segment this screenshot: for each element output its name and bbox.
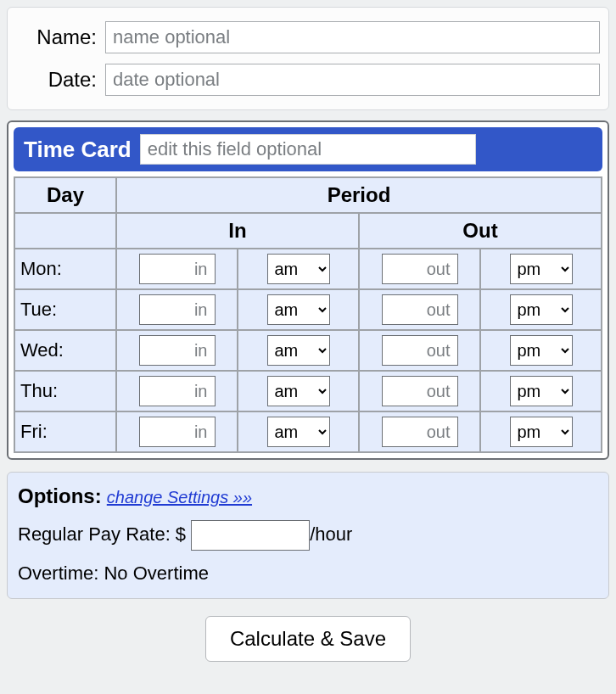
table-row: Tue:ampmampm [14,289,602,330]
out-ampm-cell: ampm [480,289,602,330]
out-cell [359,411,480,452]
table-row: Mon:ampmampm [14,249,602,289]
in-ampm-select[interactable]: ampm [267,254,330,284]
overtime-label: Overtime: [18,562,104,584]
date-label: Date: [16,68,97,92]
options-panel: Options: change Settings »» Regular Pay … [7,472,609,599]
header-out: Out [359,213,602,249]
in-ampm-select[interactable]: ampm [267,335,330,366]
name-label: Name: [16,25,97,49]
day-cell: Tue: [14,289,116,330]
out-ampm-select[interactable]: ampm [510,335,573,366]
in-cell [116,411,238,452]
name-date-panel: Name: Date: [7,7,609,110]
rate-label-post: /hour [310,523,352,545]
out-ampm-select[interactable]: ampm [510,254,573,284]
timecard-title: Time Card [24,137,132,163]
in-time-input[interactable] [139,254,216,284]
in-ampm-cell: ampm [238,249,359,289]
in-cell [116,249,238,289]
out-ampm-cell: ampm [480,330,602,371]
in-time-input[interactable] [139,335,216,366]
timecard-note-input[interactable] [140,134,476,165]
in-cell [116,371,238,411]
header-blank [14,213,116,249]
timecard-table: Day Period In Out Mon:ampmampmTue:ampmam… [14,176,602,453]
header-day: Day [14,177,116,213]
overtime-value: No Overtime [104,562,208,584]
day-cell: Fri: [14,411,116,452]
day-cell: Mon: [14,249,116,289]
date-input[interactable] [105,64,600,96]
out-ampm-select[interactable]: ampm [510,417,573,447]
day-cell: Thu: [14,371,116,411]
in-time-input[interactable] [139,294,216,325]
name-input[interactable] [105,21,600,53]
out-ampm-cell: ampm [480,411,602,452]
in-ampm-select[interactable]: ampm [267,376,330,406]
out-ampm-cell: ampm [480,371,602,411]
out-time-input[interactable] [382,294,458,325]
table-row: Thu:ampmampm [14,371,602,411]
header-period: Period [116,177,602,213]
out-time-input[interactable] [382,376,458,406]
change-settings-link[interactable]: change Settings »» [107,488,252,507]
out-ampm-select[interactable]: ampm [510,294,573,325]
in-cell [116,289,238,330]
day-cell: Wed: [14,330,116,371]
out-cell [359,330,480,371]
out-time-input[interactable] [382,254,458,284]
calculate-save-button[interactable]: Calculate & Save [205,616,411,662]
in-ampm-cell: ampm [238,289,359,330]
in-cell [116,330,238,371]
in-ampm-select[interactable]: ampm [267,417,330,447]
timecard-panel: Time Card Day Period In Out Mon:ampmampm… [7,120,609,460]
out-time-input[interactable] [382,335,458,366]
in-ampm-cell: ampm [238,371,359,411]
out-cell [359,249,480,289]
out-ampm-select[interactable]: ampm [510,376,573,406]
in-time-input[interactable] [139,376,216,406]
out-cell [359,289,480,330]
header-in: In [116,213,359,249]
table-row: Fri:ampmampm [14,411,602,452]
options-label: Options: [18,484,102,507]
out-cell [359,371,480,411]
table-row: Wed:ampmampm [14,330,602,371]
rate-label-pre: Regular Pay Rate: $ [18,523,191,545]
out-ampm-cell: ampm [480,249,602,289]
in-ampm-select[interactable]: ampm [267,294,330,325]
in-ampm-cell: ampm [238,330,359,371]
out-time-input[interactable] [382,417,458,447]
rate-input[interactable] [191,520,310,551]
in-ampm-cell: ampm [238,411,359,452]
in-time-input[interactable] [139,417,216,447]
